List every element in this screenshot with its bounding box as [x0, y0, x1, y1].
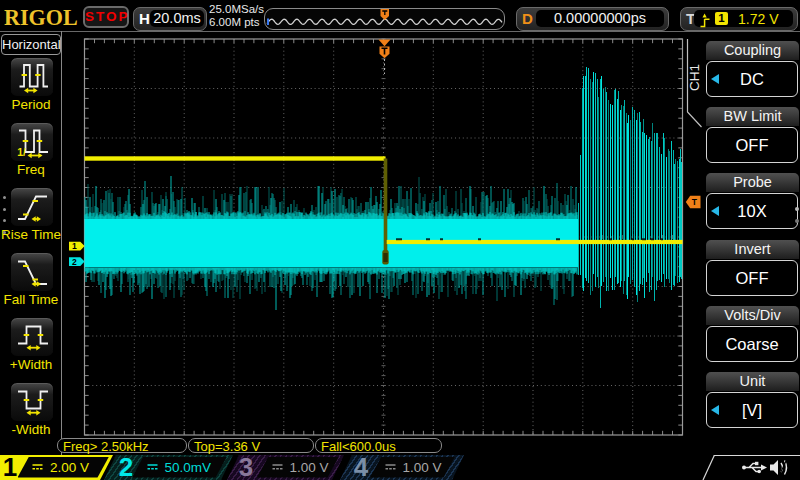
svg-text:CH1: CH1: [687, 64, 702, 91]
svg-text:T: T: [692, 197, 698, 207]
svg-text:1: 1: [72, 241, 77, 251]
svg-text:2: 2: [72, 257, 77, 267]
